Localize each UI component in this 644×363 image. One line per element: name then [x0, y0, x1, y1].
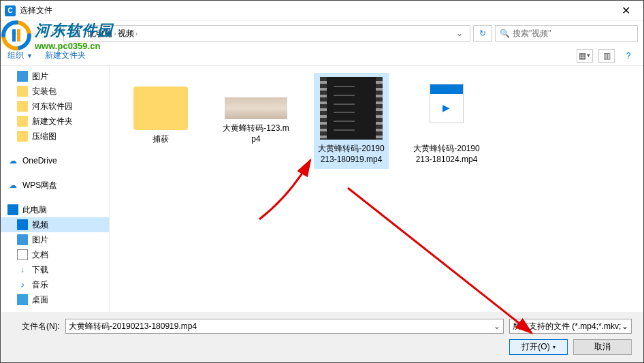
download-icon: ↓	[17, 264, 28, 275]
folder-icon	[17, 101, 28, 112]
breadcrumb[interactable]: › 此电脑 › 视频 › ⌄	[63, 25, 470, 42]
chevron-down-icon: ▾	[553, 344, 556, 350]
filetype-dropdown[interactable]: 所有支持的文件 (*.mp4;*.mkv; ⌄	[509, 319, 632, 334]
filename-label: 文件名(N):	[12, 321, 60, 332]
sidebar-item-videos[interactable]: 视频	[1, 217, 109, 232]
cloud-icon: ☁	[7, 180, 18, 191]
sidebar-item-pictures2[interactable]: 图片	[1, 232, 109, 247]
folder-icon	[17, 86, 28, 97]
filename-field[interactable]	[69, 321, 494, 331]
sidebar-item-thispc[interactable]: 此电脑	[1, 202, 109, 217]
sidebar: 图片 安装包 河东软件园 新建文件夹 压缩图 ☁OneDrive ☁WPS网盘 …	[1, 66, 110, 317]
file-label: 捕获	[152, 134, 169, 145]
desktop-icon	[17, 294, 28, 305]
sidebar-item[interactable]: 压缩图	[1, 129, 109, 144]
sidebar-item-documents[interactable]: 文档	[1, 247, 109, 262]
file-label: 大黄蜂转码-20190213-181024.mp4	[413, 144, 480, 165]
watermark-title: 河东软件园	[35, 20, 113, 41]
document-icon	[17, 249, 28, 260]
app-icon: C	[5, 5, 16, 16]
sidebar-item[interactable]: 河东软件园	[1, 99, 109, 114]
file-item-selected[interactable]: 大黄蜂转码-20190213-180919.mp4	[314, 73, 389, 169]
view-list-button[interactable]: ▥	[598, 49, 615, 63]
breadcrumb-dropdown[interactable]: ⌄	[452, 26, 467, 41]
file-item[interactable]: 大黄蜂转码-20190213-181024.mp4	[409, 73, 484, 169]
chevron-down-icon[interactable]: ⌄	[494, 321, 500, 331]
open-button[interactable]: 打开(O)▾	[509, 339, 568, 355]
chevron-down-icon: ⌄	[622, 321, 628, 331]
view-thumb-button[interactable]: ▦ ▼	[577, 49, 593, 63]
window-title: 选择文件	[20, 5, 612, 16]
search-box[interactable]: 🔍	[495, 25, 638, 42]
sidebar-item-downloads[interactable]: ↓下载	[1, 262, 109, 277]
help-button[interactable]: ?	[620, 49, 637, 63]
watermark-logo	[1, 20, 32, 51]
file-pane[interactable]: 捕获 大黄蜂转码-123.mp4 大黄蜂转码-20190213-180919.m…	[110, 66, 643, 317]
sidebar-item-onedrive[interactable]: ☁OneDrive	[1, 153, 109, 168]
newfolder-button[interactable]: 新建文件夹	[45, 50, 86, 61]
chevron-right-icon: ›	[114, 30, 116, 37]
close-button[interactable]: ✕	[612, 1, 639, 20]
svg-rect-0	[12, 29, 16, 42]
folder-icon	[17, 116, 28, 127]
sidebar-item-desktop[interactable]: 桌面	[1, 292, 109, 307]
picture-icon	[17, 234, 28, 245]
file-item[interactable]: 大黄蜂转码-123.mp4	[219, 73, 293, 148]
svg-rect-1	[17, 29, 20, 42]
folder-icon	[133, 86, 188, 130]
chevron-down-icon: ▼	[27, 52, 33, 59]
file-label: 大黄蜂转码-20190213-180919.mp4	[318, 144, 385, 165]
pc-icon	[7, 204, 18, 215]
search-icon: 🔍	[500, 29, 510, 38]
chevron-right-icon: ›	[135, 30, 138, 37]
sidebar-item[interactable]: 新建文件夹	[1, 114, 109, 129]
video-icon	[415, 77, 478, 140]
music-icon: ♪	[17, 279, 28, 290]
filename-input[interactable]: ⌄	[65, 319, 504, 334]
filetype-label: 所有支持的文件 (*.mp4;*.mkv;	[513, 321, 621, 332]
breadcrumb-videos[interactable]: 视频	[118, 28, 134, 40]
cloud-icon: ☁	[7, 155, 18, 166]
sidebar-item-music[interactable]: ♪音乐	[1, 277, 109, 292]
picture-icon	[17, 71, 28, 82]
cancel-button[interactable]: 取消	[573, 339, 632, 355]
video-icon	[17, 219, 28, 230]
search-input[interactable]	[513, 29, 633, 38]
watermark: 河东软件园 www.pc0359.cn	[1, 20, 113, 51]
organize-dropdown[interactable]: 组织 ▼	[7, 50, 33, 61]
watermark-url: www.pc0359.cn	[35, 41, 113, 51]
sidebar-item[interactable]: 安装包	[1, 84, 109, 99]
file-label: 大黄蜂转码-123.mp4	[223, 123, 289, 144]
file-item-folder[interactable]: 捕获	[123, 73, 198, 149]
video-thumbnail	[320, 77, 383, 140]
sidebar-item-pictures[interactable]: 图片	[1, 69, 109, 84]
refresh-button[interactable]: ↻	[473, 25, 492, 42]
sidebar-item-wps[interactable]: ☁WPS网盘	[1, 178, 109, 193]
folder-icon	[17, 131, 28, 142]
annotation-arrow	[256, 155, 317, 223]
video-thumbnail	[225, 97, 287, 119]
